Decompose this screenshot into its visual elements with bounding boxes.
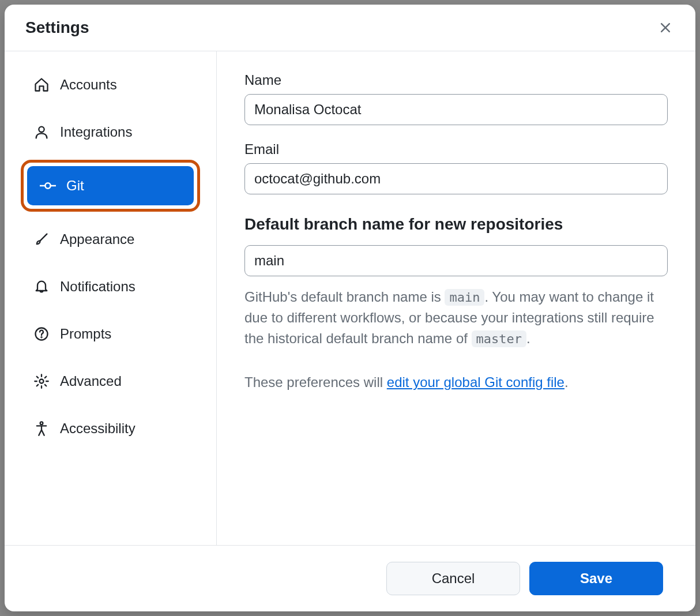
paintbrush-icon: [33, 231, 50, 247]
home-icon: [33, 77, 50, 93]
name-label: Name: [244, 72, 668, 88]
git-commit-icon: [40, 178, 56, 194]
close-icon: [659, 21, 672, 34]
sidebar-item-git[interactable]: Git: [27, 166, 194, 205]
accessibility-icon: [33, 420, 50, 437]
bell-icon: [33, 279, 50, 295]
modal-footer: Cancel Save: [5, 545, 695, 611]
modal-title: Settings: [25, 18, 89, 37]
sidebar-item-label: Accounts: [60, 77, 117, 93]
person-icon: [33, 124, 50, 140]
default-branch-heading: Default branch name for new repositories: [244, 215, 668, 234]
sidebar-item-notifications[interactable]: Notifications: [21, 267, 200, 306]
close-button[interactable]: [656, 18, 675, 37]
svg-point-6: [40, 380, 44, 384]
sidebar-item-label: Integrations: [60, 124, 132, 140]
sidebar-item-accessibility[interactable]: Accessibility: [21, 409, 200, 448]
svg-point-7: [40, 422, 43, 425]
sidebar-item-advanced[interactable]: Advanced: [21, 362, 200, 401]
config-note-pre: These preferences will: [244, 374, 387, 390]
sidebar-item-prompts[interactable]: Prompts: [21, 314, 200, 354]
email-field-group: Email: [244, 141, 668, 194]
default-branch-input[interactable]: [244, 245, 668, 276]
modal-header: Settings: [5, 5, 695, 51]
sidebar-item-label: Accessibility: [60, 420, 136, 437]
help-text-part: GitHub's default branch name is: [244, 289, 445, 305]
email-input[interactable]: [244, 163, 668, 194]
config-note-post: .: [564, 374, 569, 390]
save-button[interactable]: Save: [529, 562, 663, 595]
default-branch-help: GitHub's default branch name is main. Yo…: [244, 287, 668, 349]
help-text-part: .: [526, 330, 530, 346]
code-master: master: [472, 330, 526, 347]
svg-point-5: [41, 337, 42, 337]
settings-content: Name Email Default branch name for new r…: [217, 51, 695, 545]
config-file-note: These preferences will edit your global …: [244, 372, 668, 393]
svg-point-1: [45, 183, 50, 188]
modal-body: Accounts Integrations Git: [5, 51, 695, 545]
code-main: main: [445, 289, 484, 306]
question-circle-icon: [33, 326, 50, 342]
sidebar-item-label: Prompts: [60, 326, 111, 342]
sidebar-item-appearance[interactable]: Appearance: [21, 220, 200, 259]
sidebar-item-label: Git: [66, 178, 84, 194]
gear-icon: [33, 373, 50, 389]
sidebar-item-label: Notifications: [60, 279, 136, 295]
sidebar-item-integrations[interactable]: Integrations: [21, 112, 200, 152]
sidebar-item-label: Appearance: [60, 231, 134, 247]
name-input[interactable]: [244, 94, 668, 125]
svg-point-0: [39, 127, 44, 132]
name-field-group: Name: [244, 72, 668, 125]
settings-sidebar: Accounts Integrations Git: [5, 51, 217, 545]
cancel-button[interactable]: Cancel: [386, 562, 520, 595]
sidebar-item-accounts[interactable]: Accounts: [21, 65, 200, 104]
edit-git-config-link[interactable]: edit your global Git config file: [387, 374, 564, 390]
settings-modal: Settings Accounts Integrations: [5, 5, 695, 611]
sidebar-highlight: Git: [21, 160, 200, 212]
email-label: Email: [244, 141, 668, 157]
sidebar-item-label: Advanced: [60, 373, 122, 389]
